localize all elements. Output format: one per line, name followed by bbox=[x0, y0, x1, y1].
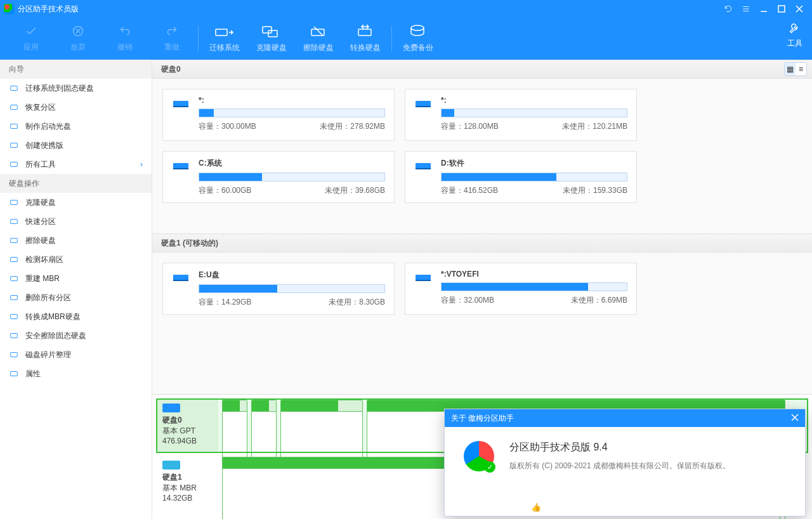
sidebar-icon bbox=[9, 235, 19, 246]
sidebar-icon bbox=[9, 254, 19, 265]
disk-icon bbox=[162, 404, 180, 412]
tools-label: 工具 bbox=[787, 38, 802, 49]
partition-name: E:U盘 bbox=[199, 270, 385, 280]
sidebar-diskop-item[interactable]: 检测坏扇区 bbox=[0, 250, 152, 269]
tile-bar bbox=[252, 400, 276, 412]
undo-icon bbox=[117, 25, 133, 39]
list-view-icon[interactable]: ≡ bbox=[796, 63, 806, 76]
sidebar-item-label: 制作启动光盘 bbox=[25, 121, 71, 132]
about-title: 关于 傲梅分区助手 bbox=[451, 413, 514, 424]
sidebar-guide-item[interactable]: 迁移系统到固态硬盘 bbox=[0, 79, 152, 98]
svg-rect-12 bbox=[11, 162, 18, 167]
diskmap-size: 14.32GB bbox=[162, 494, 192, 503]
sidebar-item-label: 恢复分区 bbox=[25, 102, 56, 113]
drive-icon bbox=[172, 158, 191, 196]
diskmap-scheme: 基本 GPT bbox=[162, 426, 195, 435]
diskmap-head[interactable]: 硬盘0基本 GPT476.94GB bbox=[157, 400, 218, 452]
toolbar-apply-button: 应用 bbox=[8, 20, 55, 58]
partition-card[interactable]: C:系统容量：60.00GB未使用：39.68GB bbox=[162, 151, 395, 203]
svg-rect-8 bbox=[11, 86, 18, 91]
sidebar-item-label: 安全擦除固态硬盘 bbox=[25, 331, 86, 341]
app-logo bbox=[4, 4, 14, 14]
toolbar-discard-button: 放弃 bbox=[55, 20, 102, 58]
svg-rect-21 bbox=[11, 353, 18, 357]
sidebar-guide-item[interactable]: 所有工具› bbox=[0, 155, 152, 174]
sidebar-diskops-header: 硬盘操作 bbox=[0, 174, 152, 193]
sidebar-diskop-item[interactable]: 擦除硬盘 bbox=[0, 231, 152, 250]
toolbar-undo-button: 撤销 bbox=[102, 20, 148, 58]
thumbs-up-icon[interactable]: 👍 bbox=[531, 503, 541, 512]
maximize-button[interactable] bbox=[773, 0, 790, 18]
sidebar-diskop-item[interactable]: 磁盘碎片整理 bbox=[0, 345, 152, 364]
title-bar: 分区助手技术员版 bbox=[0, 0, 812, 18]
sidebar-icon bbox=[9, 121, 19, 131]
about-dialog: 关于 傲梅分区助手 分区助手技术员版 9.4 版权所有 (C) 2009-202… bbox=[444, 409, 806, 516]
svg-rect-2 bbox=[216, 29, 227, 36]
sidebar-diskop-item[interactable]: 快速分区 bbox=[0, 212, 152, 231]
svg-rect-24 bbox=[173, 106, 188, 107]
sidebar-item-label: 删除所有分区 bbox=[25, 292, 71, 303]
tools-button[interactable]: 工具 bbox=[787, 22, 803, 49]
toolbar-backup-button[interactable]: 免费备份 bbox=[395, 20, 442, 58]
about-close-button[interactable] bbox=[791, 414, 799, 423]
sidebar-guide-item[interactable]: 恢复分区 bbox=[0, 98, 152, 117]
sidebar-diskop-item[interactable]: 克隆硬盘 bbox=[0, 193, 152, 212]
svg-rect-32 bbox=[173, 280, 188, 281]
minimize-button[interactable] bbox=[755, 0, 773, 18]
close-button[interactable] bbox=[790, 0, 808, 18]
partition-card[interactable]: *:容量：128.00MB未使用：120.21MB bbox=[405, 89, 637, 141]
svg-rect-19 bbox=[11, 315, 18, 319]
menu-icon[interactable] bbox=[737, 0, 755, 18]
usage-bar bbox=[199, 173, 385, 181]
sidebar-item-label: 所有工具 bbox=[25, 159, 56, 170]
toolbar-migrate-button[interactable]: 迁移系统 bbox=[201, 20, 248, 58]
view-toggle[interactable]: ▦ ≡ bbox=[784, 62, 807, 76]
sidebar-diskop-item[interactable]: 安全擦除固态硬盘 bbox=[0, 326, 152, 345]
sidebar-icon bbox=[9, 216, 19, 227]
svg-point-7 bbox=[411, 25, 424, 30]
toolbar-label: 撤销 bbox=[117, 42, 133, 53]
migrate-icon bbox=[215, 24, 234, 40]
sidebar-icon bbox=[9, 312, 19, 322]
toolbar-label: 重做 bbox=[164, 42, 180, 53]
svg-rect-3 bbox=[263, 27, 272, 33]
partition-card[interactable]: D:软件容量：416.52GB未使用：159.33GB bbox=[405, 151, 637, 203]
partition-card[interactable]: *:VTOYEFI容量：32.00MB未使用：6.69MB bbox=[405, 263, 637, 315]
toolbar-convert-button[interactable]: 转换硬盘 bbox=[342, 20, 389, 58]
tile-bar bbox=[281, 400, 362, 412]
usage-bar bbox=[441, 282, 627, 291]
partition-card[interactable]: E:U盘容量：14.29GB未使用：8.30GB bbox=[162, 263, 395, 315]
sidebar-diskop-item[interactable]: 属性 bbox=[0, 364, 152, 383]
svg-rect-18 bbox=[11, 296, 18, 300]
sidebar-icon bbox=[9, 83, 19, 93]
svg-rect-34 bbox=[416, 280, 431, 281]
toolbar-wipe-button[interactable]: 擦除硬盘 bbox=[295, 20, 342, 58]
toolbar-label: 迁移系统 bbox=[209, 43, 240, 53]
sidebar-icon bbox=[9, 369, 19, 379]
tile-bar bbox=[223, 400, 247, 412]
diskmap-head[interactable]: 硬盘1基本 MBR14.32GB bbox=[157, 457, 218, 509]
sidebar-guide-item[interactable]: 制作启动光盘 bbox=[0, 117, 152, 136]
toolbar-clone-button[interactable]: 克隆硬盘 bbox=[248, 20, 295, 58]
capacity-label: 容量：128.00MB bbox=[441, 121, 499, 132]
apply-icon bbox=[23, 25, 39, 39]
redo-icon bbox=[164, 25, 180, 39]
svg-rect-14 bbox=[11, 220, 18, 224]
toolbar-label: 放弃 bbox=[70, 42, 86, 53]
convert-icon bbox=[356, 24, 375, 40]
capacity-label: 容量：14.29GB bbox=[199, 297, 251, 308]
sidebar-icon bbox=[9, 331, 19, 341]
toolbar-label: 转换硬盘 bbox=[350, 43, 381, 53]
refresh-icon[interactable] bbox=[719, 0, 737, 18]
sidebar-guide-item[interactable]: 创建便携版 bbox=[0, 136, 152, 155]
sidebar-item-label: 克隆硬盘 bbox=[25, 197, 56, 208]
sidebar-diskop-item[interactable]: 删除所有分区 bbox=[0, 288, 152, 307]
svg-rect-4 bbox=[268, 30, 277, 37]
sidebar-diskop-item[interactable]: 转换成MBR硬盘 bbox=[0, 307, 152, 326]
sidebar-icon bbox=[9, 159, 19, 169]
capacity-label: 容量：416.52GB bbox=[441, 185, 498, 196]
grid-view-icon[interactable]: ▦ bbox=[785, 63, 796, 76]
partition-card[interactable]: *:容量：300.00MB未使用：278.92MB bbox=[162, 89, 395, 141]
sidebar-diskop-item[interactable]: 重建 MBR bbox=[0, 269, 152, 288]
diskmap-scheme: 基本 MBR bbox=[162, 483, 197, 492]
